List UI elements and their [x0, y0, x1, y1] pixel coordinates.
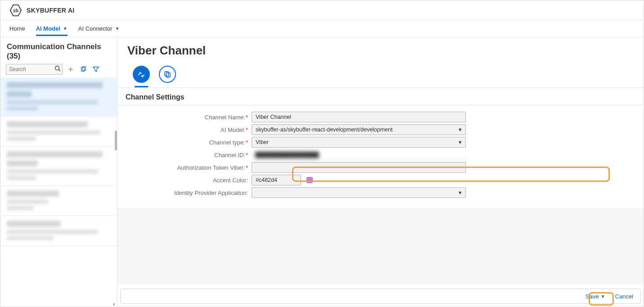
- sidebar-resize-handle[interactable]: ▾: [0, 302, 117, 307]
- app-logo-icon: sb: [9, 4, 22, 17]
- page-title: Viber Channel: [127, 44, 634, 58]
- channel-id-input[interactable]: [252, 149, 466, 160]
- save-button[interactable]: Save ▼: [583, 291, 608, 302]
- brand-title: SKYBUFFER AI: [27, 7, 75, 14]
- filter-icon[interactable]: [91, 65, 100, 74]
- list-item[interactable]: [0, 186, 117, 216]
- list-item[interactable]: [0, 77, 117, 117]
- chevron-down-icon: ▼: [458, 140, 463, 145]
- search-icon[interactable]: [54, 65, 61, 73]
- sidebar-title: Communication Channels (35): [0, 37, 117, 62]
- nav-ai-connector[interactable]: AI Connector ▼: [78, 23, 120, 35]
- label-accent-color: Accent Color:: [126, 177, 252, 184]
- accent-color-input[interactable]: [252, 175, 301, 185]
- label-channel-id: Channel ID:*: [126, 152, 252, 158]
- sidebar-list[interactable]: [0, 77, 117, 302]
- scrollbar-thumb[interactable]: [115, 131, 117, 150]
- label-channel-name: Channel Name:*: [126, 114, 252, 121]
- svg-marker-8: [93, 67, 99, 72]
- topbar: sb SKYBUFFER AI: [0, 0, 644, 20]
- svg-text:sb: sb: [13, 8, 18, 13]
- sidebar: Communication Channels (35): [0, 37, 117, 307]
- add-icon[interactable]: [66, 65, 75, 74]
- auth-token-input[interactable]: [252, 162, 466, 173]
- copy-icon[interactable]: [79, 65, 88, 74]
- idp-application-select[interactable]: ▼: [252, 187, 466, 198]
- cancel-button[interactable]: Cancel: [612, 291, 636, 302]
- channel-name-input[interactable]: [252, 112, 466, 122]
- sidebar-search[interactable]: [6, 64, 63, 75]
- chevron-down-icon: ▼: [458, 127, 463, 132]
- chevron-down-icon: ▼: [458, 190, 463, 195]
- ai-model-select[interactable]: skybuffer-as/skybuffer-react-development…: [252, 124, 466, 135]
- tab-secondary[interactable]: [159, 66, 176, 83]
- footer-bar: Save ▼ Cancel: [120, 289, 641, 304]
- channel-type-select[interactable]: Viber ▼: [252, 137, 466, 148]
- nav-home-label: Home: [9, 25, 25, 32]
- section-title: Channel Settings: [117, 88, 644, 105]
- nav-ai-connector-label: AI Connector: [78, 25, 113, 32]
- nav-home[interactable]: Home: [9, 23, 25, 35]
- label-auth-token: Authorization Token Viber:*: [126, 164, 252, 171]
- accent-color-swatch[interactable]: [306, 177, 313, 183]
- main-panel: Viber Channel Channel Settings Channel N…: [117, 37, 644, 307]
- label-channel-type: Channel type:*: [126, 139, 252, 146]
- sidebar-toolbar: [0, 62, 117, 77]
- tab-channel-settings[interactable]: [133, 66, 150, 83]
- svg-point-2: [55, 66, 59, 70]
- svg-line-3: [59, 69, 61, 71]
- list-item[interactable]: [0, 117, 117, 147]
- label-ai-model: AI Model:*: [126, 126, 252, 133]
- main-nav: Home AI Model ▼ AI Connector ▼: [0, 20, 644, 37]
- chevron-down-icon: ▼: [601, 294, 605, 299]
- list-item[interactable]: [0, 216, 117, 246]
- chevron-down-icon: ▼: [63, 26, 68, 31]
- list-item[interactable]: [0, 147, 117, 186]
- label-idp-application: Identity Provider Application:: [126, 190, 252, 196]
- tab-strip: [117, 66, 644, 88]
- nav-ai-model-label: AI Model: [36, 25, 60, 32]
- chevron-down-icon: ▼: [115, 26, 120, 31]
- nav-ai-model[interactable]: AI Model ▼: [36, 23, 68, 36]
